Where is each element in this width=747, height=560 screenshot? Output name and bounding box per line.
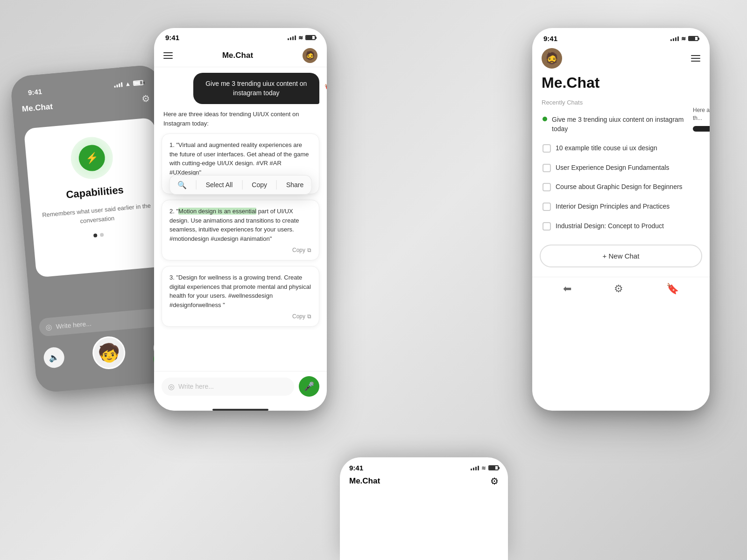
list-item[interactable]: Interior Design Principles and Practices (540, 197, 702, 216)
left-gear-button[interactable]: ⚙ (139, 91, 153, 105)
status-icons-right: ≋ (670, 35, 698, 42)
chat-item-text: Industrial Design: Concept to Product (556, 222, 664, 231)
bottom-status-bar: 9:41 ≋ (349, 464, 499, 472)
middle-header: Me.Chat 🧔 (154, 43, 327, 67)
tab-bookmark-icon[interactable]: 🔖 (666, 283, 679, 295)
bottom-app-title: Me.Chat (349, 476, 380, 486)
right-hamburger[interactable] (691, 55, 700, 62)
wifi-icon-right: ≋ (681, 35, 686, 42)
response-card-3: 3. "Design for wellness is a growing tre… (162, 266, 319, 327)
chat-area: Give me 3 trending uiux content on insta… (154, 67, 327, 371)
divider-1 (196, 180, 197, 189)
divider-2 (242, 180, 242, 189)
time-middle: 9:41 (165, 34, 179, 42)
phone-middle: 9:41 ≋ Me.Chat 🧔 (154, 28, 327, 411)
time-right: 9:41 (543, 35, 557, 42)
list-item[interactable]: Industrial Design: Concept to Product (540, 217, 702, 236)
right-top-bar: 🧔 (532, 44, 710, 70)
chat-icon (543, 203, 551, 211)
chat-item-text: User Experience Design Fundamentals (556, 163, 669, 173)
wifi-icon-left: ▲ (125, 80, 131, 88)
phone-right: 9:41 ≋ 🧔 M (532, 28, 710, 411)
bookmark-button[interactable]: 🔖 (324, 84, 327, 94)
response-card-2: 🔍 Select All Copy Share 2. "Motion desig… (162, 200, 319, 260)
phone-bottom: 9:41 ≋ Me.Chat ⚙ (340, 457, 508, 560)
middle-input-placeholder: Write here... (178, 383, 214, 390)
dot-1 (93, 233, 98, 238)
chat-item-text: Give me 3 trending uiux content on insta… (552, 115, 699, 133)
right-app-title: Me.Chat (532, 70, 710, 99)
new-chat-button[interactable]: + New Chat (540, 245, 702, 267)
right-avatar: 🧔 (542, 48, 562, 69)
signal-icon-right (670, 36, 679, 41)
copy-button-3[interactable]: Copy ⧉ (169, 313, 311, 320)
user-message-container: Give me 3 trending uiux content on insta… (162, 73, 319, 104)
divider-3 (276, 180, 277, 189)
hamburger-menu[interactable] (163, 52, 173, 59)
time-left: 9:41 (28, 87, 42, 97)
battery-icon-right (688, 36, 698, 41)
middle-input-field[interactable]: ◎ Write here... (162, 378, 294, 396)
chat-icon (543, 164, 551, 172)
status-bar-middle: 9:41 ≋ (154, 28, 327, 43)
left-input-icon: ◎ (45, 322, 53, 331)
status-icons-middle: ≋ (288, 35, 316, 41)
list-item[interactable]: User Experience Design Fundamentals (540, 159, 702, 177)
left-input-placeholder: Write here... (56, 320, 92, 330)
middle-input-area: ◎ Write here... 🎤 (154, 371, 327, 406)
avatar-large: 🧒 (91, 335, 127, 371)
response-text-1: 1. "Virtual and augmented reality experi… (169, 140, 311, 177)
context-menu: 🔍 Select All Copy Share (169, 175, 312, 195)
active-dot (543, 117, 547, 121)
wifi-icon-middle: ≋ (298, 35, 303, 41)
battery-icon-middle (305, 35, 316, 40)
middle-avatar: 🧔 (303, 48, 317, 63)
share-button[interactable]: Share (286, 181, 303, 189)
chat-list: Give me 3 trending uiux content on insta… (532, 111, 710, 235)
chat-item-text: Course about Graphic Design for Beginner… (556, 182, 683, 192)
select-all-button[interactable]: Select All (206, 181, 233, 189)
battery-icon-left (133, 80, 144, 86)
speaker-button[interactable]: 🔈 (43, 346, 65, 369)
wifi-icon-bottom: ≋ (481, 465, 486, 471)
bottom-phone-inner: 9:41 ≋ Me.Chat ⚙ (340, 457, 508, 493)
list-item[interactable]: Course about Graphic Design for Beginner… (540, 178, 702, 196)
chat-icon (543, 222, 551, 231)
user-message: Give me 3 trending uiux content on insta… (193, 73, 319, 104)
home-indicator-middle (212, 409, 268, 411)
bottom-status-icons: ≋ (471, 465, 499, 471)
chat-item-text: 10 example title couse ui ux design (556, 144, 657, 153)
capability-icon-wrapper: ⚡ (69, 135, 115, 181)
partial-chat-preview: Here are th... (691, 103, 710, 135)
ai-intro-text: Here are three ideas for trending UI/UX … (162, 110, 319, 128)
middle-input-icon: ◎ (168, 382, 175, 391)
signal-icon-bottom (471, 466, 479, 470)
chat-icon (543, 144, 551, 153)
recently-chats-label: Recently Chats (532, 99, 710, 111)
list-item[interactable]: Give me 3 trending uiux content on insta… (540, 111, 702, 138)
list-item[interactable]: 10 example title couse ui ux design (540, 139, 702, 158)
capabilities-card: ⚡ Capabilities Remembers what user said … (24, 118, 167, 278)
capabilities-desc: Remembers what user said earlier in the … (40, 201, 153, 229)
response-text-2: 2. "Motion design is an essential part o… (169, 207, 311, 243)
tab-bar: ⬅ ⚙ 🔖 (532, 277, 710, 302)
context-search-icon[interactable]: 🔍 (177, 181, 187, 189)
chat-icon (543, 183, 551, 191)
tab-gear-icon[interactable]: ⚙ (614, 283, 623, 295)
tab-logout-icon[interactable]: ⬅ (563, 283, 571, 295)
status-bar-right: 9:41 ≋ (532, 28, 710, 44)
middle-mic-button[interactable]: 🎤 (299, 376, 319, 397)
signal-icon-left (114, 82, 123, 88)
dot-2 (100, 233, 104, 237)
middle-app-title: Me.Chat (222, 51, 253, 60)
bottom-gear-icon[interactable]: ⚙ (490, 476, 499, 487)
preview-user-msg (693, 126, 710, 132)
bottom-header: Me.Chat ⚙ (349, 476, 499, 487)
dot-indicators (93, 233, 104, 238)
chat-item-text: Interior Design Principles and Practices (556, 202, 669, 211)
preview-text: Here are th... (693, 106, 710, 122)
copy-button-2[interactable]: Copy ⧉ (169, 247, 311, 253)
copy-context-button[interactable]: Copy (252, 181, 267, 189)
response-text-3: 3. "Design for wellness is a growing tre… (169, 273, 311, 309)
status-icons-left: ▲ (114, 79, 144, 88)
